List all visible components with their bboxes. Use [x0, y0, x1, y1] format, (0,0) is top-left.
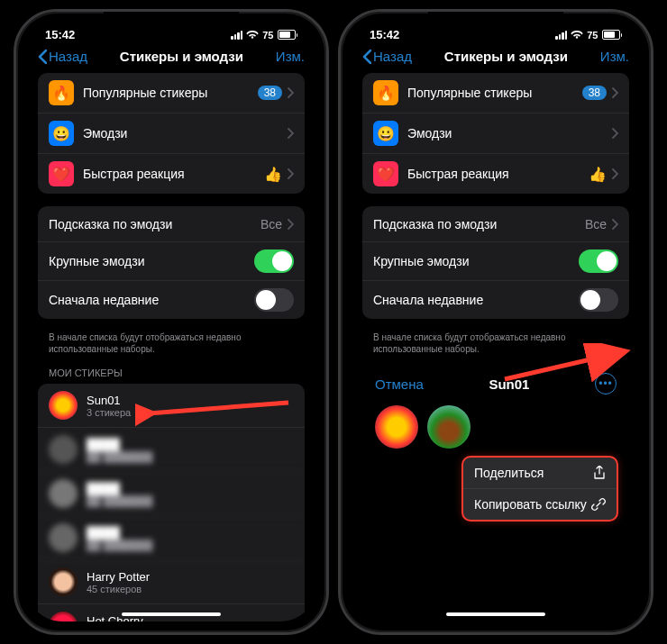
chevron-left-icon — [362, 50, 371, 64]
status-indicators: 75 — [555, 30, 622, 41]
wifi-icon — [571, 31, 583, 40]
sticker-pack-row[interactable]: ██████ ███████ — [38, 516, 305, 560]
top-group: 🔥 Популярные стикеры 38 😀 Эмодзи ❤️ Быст… — [362, 73, 629, 194]
pack-thumb — [49, 479, 78, 508]
sticker-pack-row[interactable]: Harry Potter 45 стикеров — [38, 560, 305, 604]
emoji-hint-row[interactable]: Подсказка по эмодзи Все — [38, 206, 305, 242]
emoji-row[interactable]: 😀 Эмодзи — [38, 113, 305, 154]
nav-header: Назад Стикеры и эмодзи Изм. — [27, 43, 315, 73]
battery-percent: 75 — [587, 30, 598, 41]
row-label: Крупные эмодзи — [49, 254, 254, 268]
edit-button[interactable]: Изм. — [600, 49, 629, 64]
chevron-right-icon — [288, 168, 294, 179]
back-button[interactable]: Назад — [38, 49, 87, 64]
sticker-preview[interactable] — [427, 405, 471, 449]
sticker-preview-row — [362, 402, 629, 456]
emoji-hint-row[interactable]: Подсказка по эмодзи Все — [362, 206, 629, 242]
fire-icon: 🔥 — [49, 80, 74, 105]
signal-icon — [555, 31, 567, 40]
row-label: Подсказка по эмодзи — [49, 217, 260, 231]
link-icon — [591, 497, 606, 512]
row-label: Быстрая реакция — [83, 167, 264, 181]
back-label: Назад — [373, 49, 412, 64]
quick-reaction-row[interactable]: ❤️ Быстрая реакция 👍 — [38, 154, 305, 194]
screen-left: 15:42 75 Назад Стикеры и эмодзи Изм. 🔥 П… — [27, 23, 315, 621]
sticker-preview[interactable] — [375, 405, 418, 449]
thumb-emoji: 👍 — [264, 166, 282, 183]
content: 🔥 Популярные стикеры 38 😀 Эмодзи ❤️ Быст… — [352, 73, 640, 621]
edit-button[interactable]: Изм. — [276, 49, 305, 64]
recent-first-toggle[interactable] — [579, 288, 618, 312]
recent-first-toggle[interactable] — [254, 288, 294, 312]
top-group: 🔥 Популярные стикеры 38 😀 Эмодзи ❤️ Быст… — [38, 73, 305, 194]
chevron-right-icon — [288, 219, 294, 230]
settings-group: Подсказка по эмодзи Все Крупные эмодзи С… — [362, 206, 629, 319]
battery-icon — [278, 30, 298, 40]
nav-header: Назад Стикеры и эмодзи Изм. — [352, 43, 640, 73]
chevron-left-icon — [38, 50, 47, 64]
cancel-button[interactable]: Отмена — [375, 376, 424, 392]
status-time: 15:42 — [45, 28, 75, 41]
page-title: Стикеры и эмодзи — [444, 49, 568, 64]
context-menu: Поделиться Копировать ссылку — [461, 456, 618, 522]
chevron-right-icon — [612, 87, 618, 98]
thumb-emoji: 👍 — [589, 166, 607, 183]
back-button[interactable]: Назад — [362, 49, 412, 64]
emoji-icon: 😀 — [373, 121, 398, 146]
large-emoji-row: Крупные эмодзи — [38, 242, 305, 281]
sticker-packs-group: Sun01 3 стикера ██████ ███████ ██████ ██… — [38, 384, 305, 621]
chevron-right-icon — [612, 219, 618, 230]
count-badge: 38 — [258, 86, 282, 100]
pack-thumb — [49, 567, 78, 596]
share-button[interactable]: Поделиться — [463, 458, 617, 489]
recent-first-row: Сначала недавние — [362, 281, 629, 319]
status-time: 15:42 — [370, 28, 399, 41]
sticker-pack-row[interactable]: ██████ ███████ — [38, 428, 305, 472]
notch — [428, 12, 563, 33]
pack-thumb — [49, 523, 78, 552]
pack-thumb — [49, 612, 78, 621]
home-indicator[interactable] — [446, 612, 545, 616]
row-label: Сначала недавние — [49, 293, 254, 307]
row-value: Все — [260, 217, 282, 231]
phone-left: 15:42 75 Назад Стикеры и эмодзи Изм. 🔥 П… — [14, 9, 329, 635]
wifi-icon — [246, 31, 259, 40]
copy-link-button[interactable]: Копировать ссылку — [463, 489, 617, 520]
settings-hint: В начале списка будут отображаться недав… — [362, 331, 629, 364]
notch — [104, 12, 239, 33]
battery-percent: 75 — [262, 30, 273, 41]
row-label: Популярные стикеры — [83, 86, 258, 100]
content: 🔥 Популярные стикеры 38 😀 Эмодзи ❤️ Быст… — [27, 73, 315, 621]
row-label: Эмодзи — [83, 126, 288, 141]
large-emoji-toggle[interactable] — [579, 249, 618, 273]
chevron-right-icon — [612, 128, 618, 139]
more-button[interactable]: ••• — [595, 373, 617, 395]
recent-first-row: Сначала недавние — [38, 281, 305, 319]
status-indicators: 75 — [231, 30, 297, 41]
popular-stickers-row[interactable]: 🔥 Популярные стикеры 38 — [362, 73, 629, 113]
home-indicator[interactable] — [122, 612, 221, 616]
chevron-right-icon — [612, 168, 618, 179]
page-title: Стикеры и эмодзи — [120, 49, 243, 64]
sticker-pack-row[interactable]: Sun01 3 стикера — [38, 384, 305, 428]
quick-reaction-row[interactable]: ❤️ Быстрая реакция 👍 — [362, 154, 629, 194]
chevron-right-icon — [288, 87, 294, 98]
back-label: Назад — [49, 49, 87, 64]
pack-name: Sun01 — [87, 394, 294, 407]
pack-thumb — [49, 435, 78, 464]
popular-stickers-row[interactable]: 🔥 Популярные стикеры 38 — [38, 73, 305, 113]
emoji-icon: 😀 — [49, 121, 74, 146]
heart-icon: ❤️ — [49, 161, 74, 186]
heart-icon: ❤️ — [373, 161, 398, 186]
pack-count: 3 стикера — [87, 407, 294, 418]
my-stickers-title: МОИ СТИКЕРЫ — [38, 364, 305, 384]
sticker-pack-row[interactable]: ██████ ███████ — [38, 472, 305, 516]
fire-icon: 🔥 — [373, 80, 398, 105]
share-icon — [593, 466, 606, 480]
pack-name: Harry Potter — [87, 570, 294, 584]
emoji-row[interactable]: 😀 Эмодзи — [362, 113, 629, 154]
settings-hint: В начале списка будут отображаться недав… — [38, 331, 305, 364]
pack-thumb — [49, 391, 78, 420]
chevron-right-icon — [288, 128, 294, 139]
large-emoji-toggle[interactable] — [254, 249, 294, 273]
